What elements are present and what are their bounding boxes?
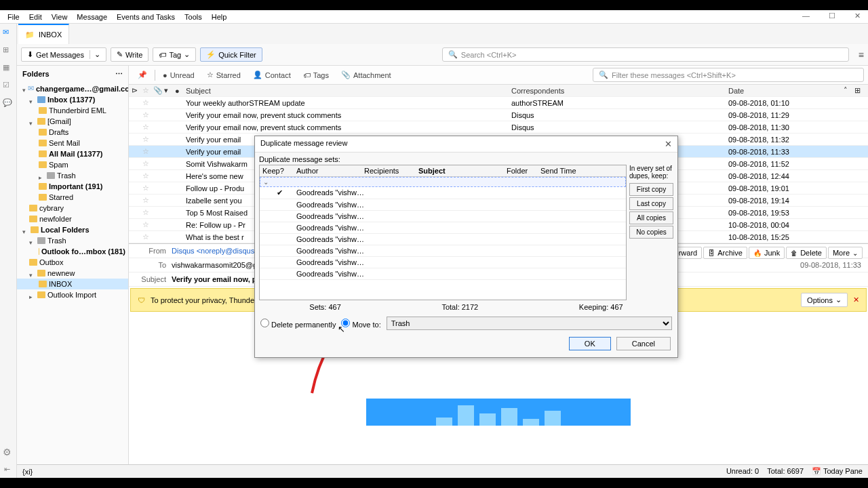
thunderbird-eml-folder[interactable]: Thunderbird EML bbox=[17, 105, 128, 116]
chat-icon[interactable]: 💬 bbox=[3, 98, 14, 109]
duplicate-row[interactable]: ✔Goodreads "vishwakarmaso…New discussion… bbox=[260, 187, 626, 199]
local-trash[interactable]: Trash bbox=[17, 235, 128, 246]
folder-menu-icon[interactable]: ⋯ bbox=[115, 70, 123, 79]
local-folders[interactable]: Local Folders bbox=[17, 224, 128, 235]
write-button[interactable]: ✎ Write bbox=[111, 47, 149, 62]
newnew-folder[interactable]: newnew bbox=[17, 268, 128, 279]
menu-file[interactable]: File bbox=[3, 12, 24, 22]
newfolder-folder[interactable]: newfolder bbox=[17, 214, 128, 224]
message-row[interactable]: ☆Verify your email now, prevent stuck co… bbox=[129, 109, 868, 121]
col-subject[interactable]: Subject bbox=[418, 167, 507, 175]
tab-inbox[interactable]: 📁 INBOX bbox=[18, 24, 69, 44]
read-col-icon[interactable]: ● bbox=[175, 87, 186, 95]
duplicate-row[interactable]: Goodreads "vishwakarmaso…New discussions… bbox=[260, 268, 626, 280]
thread-col-icon[interactable]: ⊳ bbox=[132, 86, 142, 95]
side-label: In every set of dupes, keep: bbox=[629, 165, 673, 180]
unread-filter[interactable]: ● Unread bbox=[158, 69, 199, 81]
junk-col-icon[interactable]: ▾ bbox=[164, 86, 175, 95]
sort-asc-icon[interactable]: ˄ bbox=[844, 86, 854, 95]
get-messages-button[interactable]: ⬇ Get Messages ⌄ bbox=[21, 47, 106, 62]
menu-view[interactable]: View bbox=[47, 12, 73, 22]
junk-button[interactable]: 🔥 Junk bbox=[749, 247, 785, 259]
search-input[interactable]: 🔍 Search <Ctrl+K> bbox=[442, 47, 849, 62]
sent-folder[interactable]: Sent Mail bbox=[17, 138, 128, 148]
minimize-icon[interactable]: — bbox=[797, 10, 814, 22]
duplicate-row[interactable]: Goodreads "vishwakarmaso…New discussions… bbox=[260, 234, 626, 245]
inbox-folder[interactable]: Inbox (11377) bbox=[17, 94, 128, 105]
maximize-icon[interactable]: ☐ bbox=[824, 10, 840, 22]
mail-icon[interactable]: ✉ bbox=[3, 28, 14, 39]
more-button[interactable]: More ⌄ bbox=[828, 247, 863, 259]
outlook-fo-folder[interactable]: Outlook fo…mbox (181) bbox=[17, 246, 128, 257]
col-author[interactable]: Author bbox=[296, 167, 364, 175]
spam-folder[interactable]: Spam bbox=[17, 159, 128, 170]
no-copies-button[interactable]: No copies bbox=[629, 226, 673, 239]
close-bar-icon[interactable]: ✕ bbox=[853, 296, 859, 304]
pin-icon[interactable]: 📌 bbox=[133, 68, 152, 81]
starred-folder[interactable]: Starred bbox=[17, 192, 128, 203]
all-copies-button[interactable]: All copies bbox=[629, 211, 673, 224]
contact-filter[interactable]: 👤 Contact bbox=[248, 68, 296, 81]
options-button[interactable]: Options ⌄ bbox=[801, 293, 848, 307]
important-folder[interactable]: Important (191) bbox=[17, 181, 128, 192]
col-keep[interactable]: Keep? bbox=[262, 167, 296, 175]
col-recipients[interactable]: Recipients bbox=[364, 167, 418, 175]
gmail-folder[interactable]: [Gmail] bbox=[17, 116, 128, 127]
set-separator[interactable]: ⌄ bbox=[260, 177, 626, 187]
menu-events[interactable]: Events and Tasks bbox=[112, 12, 180, 22]
hamburger-icon[interactable]: ≡ bbox=[859, 49, 864, 60]
duplicate-row[interactable]: Goodreads "vishwakarmaso…New discussions… bbox=[260, 245, 626, 257]
cybrary-folder[interactable]: cybrary bbox=[17, 203, 128, 214]
menu-tools[interactable]: Tools bbox=[180, 12, 207, 22]
duplicate-row[interactable]: Goodreads "vishwakarmaso…New discussions… bbox=[260, 211, 626, 222]
col-picker-icon[interactable]: ⊞ bbox=[854, 86, 865, 95]
cancel-button[interactable]: Cancel bbox=[616, 337, 671, 350]
duplicate-grid[interactable]: Keep? Author Recipients Subject Folder S… bbox=[259, 165, 627, 300]
date-col[interactable]: Date bbox=[728, 87, 844, 95]
tasks-icon[interactable]: ☑ bbox=[3, 81, 14, 92]
subject-col[interactable]: Subject bbox=[186, 87, 511, 95]
tags-filter[interactable]: 🏷 Tags bbox=[298, 69, 334, 81]
outbox-folder[interactable]: Outbox bbox=[17, 257, 128, 268]
drafts-folder[interactable]: Drafts bbox=[17, 127, 128, 138]
correspondents-col[interactable]: Correspondents bbox=[511, 87, 728, 95]
col-sendtime[interactable]: Send Time bbox=[540, 167, 627, 175]
last-copy-button[interactable]: Last copy bbox=[629, 197, 673, 210]
star-col-icon[interactable]: ☆ bbox=[142, 86, 153, 95]
today-pane-button[interactable]: 📅 Today Pane bbox=[812, 467, 863, 476]
trash-folder[interactable]: Trash bbox=[17, 170, 128, 181]
quick-filter-button[interactable]: ⚡ Quick Filter bbox=[200, 47, 262, 62]
duplicate-row[interactable]: Goodreads "vishwakarmaso…New discussions… bbox=[260, 199, 626, 211]
delete-button[interactable]: 🗑 Delete bbox=[786, 247, 827, 259]
allmail-folder[interactable]: All Mail (11377) bbox=[17, 148, 128, 159]
move-to-select[interactable]: Trash bbox=[387, 317, 672, 330]
tag-button[interactable]: 🏷 Tag ⌄ bbox=[153, 47, 196, 62]
filter-input[interactable]: 🔍 Filter these messages <Ctrl+Shift+K> bbox=[593, 68, 864, 82]
message-row[interactable]: ☆Verify your email now, prevent stuck co… bbox=[129, 121, 868, 134]
gear-icon[interactable]: ⚙ bbox=[3, 447, 12, 458]
account-node[interactable]: ✉changergame…@gmail.com bbox=[17, 83, 128, 94]
dialog-close-icon[interactable]: ✕ bbox=[665, 139, 672, 149]
attach-col-icon[interactable]: 📎 bbox=[153, 86, 164, 95]
message-row[interactable]: ☆Your weekly authorSTREAM updateauthorST… bbox=[129, 97, 868, 109]
addressbook-icon[interactable]: ⊞ bbox=[3, 45, 14, 56]
col-folder[interactable]: Folder bbox=[507, 167, 540, 175]
menu-edit[interactable]: Edit bbox=[24, 12, 47, 22]
archive-button[interactable]: 🗄 Archive bbox=[703, 247, 747, 259]
ok-button[interactable]: OK bbox=[569, 337, 611, 350]
close-icon[interactable]: ✕ bbox=[850, 10, 865, 22]
menu-help[interactable]: Help bbox=[207, 12, 232, 22]
inbox-local-folder[interactable]: INBOX bbox=[17, 279, 128, 289]
calendar-icon[interactable]: ▦ bbox=[3, 63, 14, 74]
attachment-filter[interactable]: 📎 Attachment bbox=[336, 68, 396, 81]
outlook-import-folder[interactable]: Outlook Import bbox=[17, 289, 128, 300]
menu-message[interactable]: Message bbox=[72, 12, 112, 22]
duplicate-row[interactable]: Goodreads "vishwakarmaso…New discussions… bbox=[260, 222, 626, 234]
chevron-down-icon[interactable]: ⌄ bbox=[90, 50, 100, 59]
collapse-icon[interactable]: ⇤ bbox=[4, 465, 10, 474]
delete-permanently-radio[interactable]: Delete permanently bbox=[260, 319, 336, 329]
duplicate-row[interactable]: Goodreads "vishwakarmaso…New discussions… bbox=[260, 257, 626, 268]
starred-filter[interactable]: ☆ Starred bbox=[202, 68, 245, 81]
move-to-radio[interactable]: Move to: bbox=[341, 319, 380, 329]
first-copy-button[interactable]: First copy bbox=[629, 183, 673, 196]
